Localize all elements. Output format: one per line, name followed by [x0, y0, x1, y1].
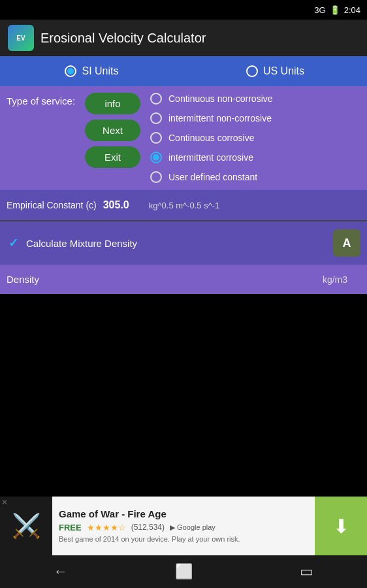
service-option-1-label: Continuous non-corrosive — [168, 93, 273, 104]
empirical-label: Empirical Constant (c) — [7, 199, 97, 211]
exit-button[interactable]: Exit — [85, 146, 140, 168]
empirical-section: Empirical Constant (c) 305.0 kg^0.5 m^-0… — [0, 189, 367, 220]
main-content: Type of service: info Next Exit Continuo… — [0, 86, 367, 294]
service-option-1[interactable]: Continuous non-corrosive — [150, 93, 360, 105]
ad-warrior-icon: ⚔️ — [12, 512, 41, 540]
ad-download-button[interactable]: ⬇ — [315, 497, 367, 555]
si-units-option[interactable]: SI Units — [0, 56, 184, 86]
empirical-unit: kg^0.5 m^-0.5 s^-1 — [149, 201, 220, 210]
service-radio-3 — [150, 132, 162, 144]
mixture-checkbox[interactable]: ✓ — [7, 237, 20, 250]
ad-reviews: (512,534) — [131, 523, 165, 532]
service-radio-1 — [150, 93, 162, 105]
check-icon: ✓ — [8, 236, 18, 250]
battery-icon: 🔋 — [330, 5, 340, 15]
ad-meta-row: FREE ★★★★☆ (512,534) ▶ Google play — [59, 523, 308, 532]
google-play-badge: ▶ Google play — [170, 523, 215, 532]
ad-free-label: FREE — [59, 523, 82, 532]
recent-apps-button[interactable]: ▭ — [300, 563, 313, 580]
a-button[interactable]: A — [333, 229, 360, 257]
ad-image: ⚔️ — [0, 497, 52, 555]
service-options: Continuous non-corrosive intermittent no… — [150, 93, 360, 183]
download-icon: ⬇ — [333, 515, 349, 538]
title-bar: EV Erosional Velocity Calculator — [0, 20, 367, 56]
time-display: 2:04 — [344, 5, 360, 15]
ad-stars: ★★★★☆ — [87, 523, 126, 532]
service-section-label: Type of service: — [7, 93, 78, 106]
density-label: Density — [7, 274, 78, 285]
empty-area — [0, 294, 367, 470]
ad-banner: ✕ ⚔️ Game of War - Fire Age FREE ★★★★☆ (… — [0, 497, 367, 555]
status-bar: 3G 🔋 2:04 — [0, 0, 367, 20]
service-radio-5 — [150, 171, 162, 183]
info-button[interactable]: info — [85, 93, 140, 114]
service-option-3-label: Continuous corrosive — [168, 133, 255, 143]
ad-title: Game of War - Fire Age — [59, 508, 167, 519]
service-option-2-label: intermittent non-corrosive — [168, 113, 272, 123]
service-radio-2 — [150, 112, 162, 124]
units-bar: SI Units US Units — [0, 56, 367, 86]
back-button[interactable]: ← — [54, 563, 68, 580]
mixture-label: Calculate Mixture Density — [26, 238, 327, 249]
signal-indicator: 3G — [314, 5, 325, 15]
app-title: Erosional Velocity Calculator — [40, 31, 206, 46]
density-unit: kg/m3 — [323, 274, 347, 285]
empirical-value: 305.0 — [103, 199, 142, 211]
home-button[interactable]: ⬜ — [175, 563, 193, 580]
service-section: Type of service: info Next Exit Continuo… — [0, 86, 367, 189]
ad-description: Best game of 2014 on your device. Play a… — [59, 535, 240, 543]
ad-close-button[interactable]: ✕ — [1, 498, 8, 507]
us-units-option[interactable]: US Units — [184, 56, 367, 86]
nav-bar: ← ⬜ ▭ — [0, 555, 367, 588]
service-radio-4 — [150, 152, 162, 163]
mixture-density-row[interactable]: ✓ Calculate Mixture Density A — [0, 220, 367, 265]
app-icon: EV — [8, 25, 34, 51]
service-option-2[interactable]: intermittent non-corrosive — [150, 112, 360, 124]
service-option-5[interactable]: User defined constant — [150, 171, 360, 183]
service-option-3[interactable]: Continuous corrosive — [150, 132, 360, 144]
action-buttons: info Next Exit — [85, 93, 144, 168]
next-button[interactable]: Next — [85, 120, 140, 141]
si-units-label: SI Units — [82, 65, 118, 77]
si-radio — [65, 65, 76, 77]
service-option-4-label: intermittent corrosive — [168, 152, 253, 163]
service-option-5-label: User defined constant — [168, 172, 257, 182]
ad-content: Game of War - Fire Age FREE ★★★★☆ (512,5… — [52, 503, 315, 549]
us-radio — [246, 65, 258, 77]
density-section: Density kg/m3 — [0, 265, 367, 294]
service-option-4[interactable]: intermittent corrosive — [150, 152, 360, 163]
us-units-label: US Units — [263, 65, 304, 77]
